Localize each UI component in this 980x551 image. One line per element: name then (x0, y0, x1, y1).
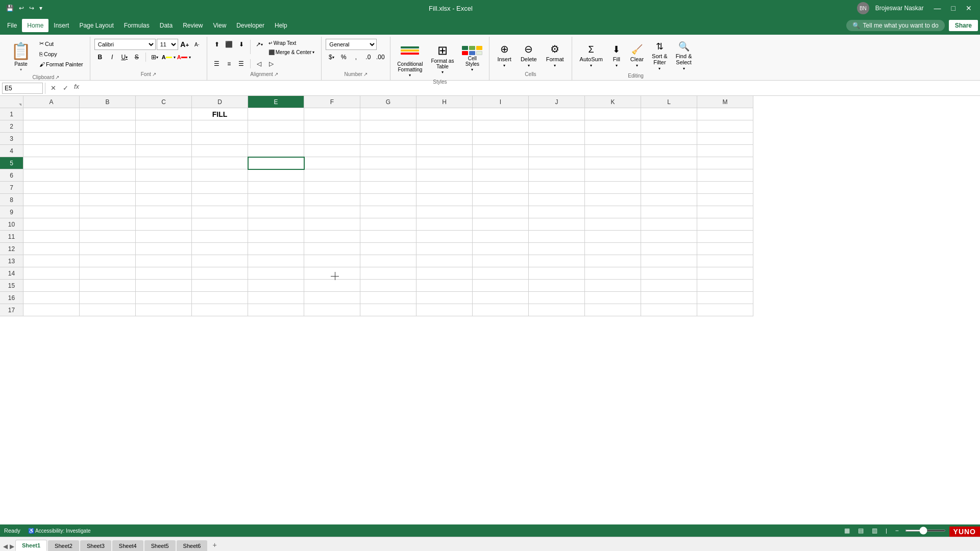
cell-L12[interactable] (641, 243, 697, 255)
copy-button[interactable]: ⎘ Copy (37, 49, 86, 59)
insert-dropdown[interactable]: ▾ (503, 63, 505, 68)
row-header-3[interactable]: 3 (0, 133, 23, 145)
cell-H9[interactable] (416, 206, 473, 218)
cell-J9[interactable] (529, 206, 585, 218)
cell-I1[interactable] (473, 108, 529, 120)
cell-E5[interactable] (248, 157, 304, 169)
cell-L9[interactable] (641, 206, 697, 218)
cell-K12[interactable] (585, 243, 641, 255)
align-right-btn[interactable]: ☰ (236, 58, 247, 69)
cell-A2[interactable] (23, 120, 80, 133)
cell-I8[interactable] (473, 194, 529, 206)
cell-H14[interactable] (416, 267, 473, 280)
close-btn[interactable]: ✕ (962, 2, 976, 14)
sheet-tab-5[interactable]: Sheet5 (144, 540, 176, 551)
merge-center-button[interactable]: ⬛ Merge & Center ▾ (266, 48, 317, 57)
cell-A12[interactable] (23, 243, 80, 255)
cell-B10[interactable] (80, 218, 136, 231)
cell-M8[interactable] (697, 194, 753, 206)
cell-A6[interactable] (23, 169, 80, 182)
cell-C16[interactable] (136, 292, 192, 304)
cell-E17[interactable] (248, 304, 304, 316)
cell-B2[interactable] (80, 120, 136, 133)
row-header-1[interactable]: 1 (0, 108, 23, 120)
cell-I10[interactable] (473, 218, 529, 231)
cell-C12[interactable] (136, 243, 192, 255)
number-format-select[interactable]: General Number Currency Percentage (326, 39, 377, 50)
cell-C8[interactable] (136, 194, 192, 206)
col-header-D[interactable]: D (192, 96, 248, 108)
cell-A7[interactable] (23, 182, 80, 194)
cell-G14[interactable] (360, 267, 416, 280)
normal-view-btn[interactable]: ▦ (842, 526, 852, 535)
cell-D2[interactable] (192, 120, 248, 133)
autosum-dropdown[interactable]: ▾ (590, 63, 592, 68)
cell-L14[interactable] (641, 267, 697, 280)
cell-B16[interactable] (80, 292, 136, 304)
cell-H1[interactable] (416, 108, 473, 120)
cell-D13[interactable] (192, 255, 248, 267)
sheet-tab-2[interactable]: Sheet2 (48, 540, 79, 551)
cell-styles-button[interactable]: CellStyles ▾ (459, 44, 485, 73)
cell-L10[interactable] (641, 218, 697, 231)
col-header-F[interactable]: F (304, 96, 360, 108)
cell-C9[interactable] (136, 206, 192, 218)
cell-M10[interactable] (697, 218, 753, 231)
cell-K1[interactable] (585, 108, 641, 120)
cell-K13[interactable] (585, 255, 641, 267)
decrease-indent-btn[interactable]: ◁ (254, 58, 265, 69)
cell-G6[interactable] (360, 169, 416, 182)
cell-E9[interactable] (248, 206, 304, 218)
cell-M13[interactable] (697, 255, 753, 267)
font-color-dropdown[interactable]: ▾ (189, 55, 191, 60)
currency-btn[interactable]: $▾ (326, 52, 337, 63)
cell-A8[interactable] (23, 194, 80, 206)
fill-color-dropdown[interactable]: ▾ (174, 55, 176, 60)
sort-filter-dropdown[interactable]: ▾ (658, 66, 660, 71)
cell-F14[interactable] (304, 267, 360, 280)
menu-home[interactable]: Home (22, 19, 48, 32)
cell-J12[interactable] (529, 243, 585, 255)
menu-insert[interactable]: Insert (48, 19, 74, 32)
comma-btn[interactable]: , (350, 52, 361, 63)
cell-G13[interactable] (360, 255, 416, 267)
cell-L11[interactable] (641, 231, 697, 243)
cell-C2[interactable] (136, 120, 192, 133)
cell-A14[interactable] (23, 267, 80, 280)
row-header-16[interactable]: 16 (0, 292, 23, 304)
cell-B9[interactable] (80, 206, 136, 218)
cell-B1[interactable] (80, 108, 136, 120)
cell-styles-dropdown[interactable]: ▾ (471, 67, 473, 72)
cell-K11[interactable] (585, 231, 641, 243)
cell-I6[interactable] (473, 169, 529, 182)
alignment-expand-icon[interactable]: ↗ (274, 71, 278, 77)
cell-G10[interactable] (360, 218, 416, 231)
cell-D16[interactable] (192, 292, 248, 304)
cell-C1[interactable] (136, 108, 192, 120)
cell-M2[interactable] (697, 120, 753, 133)
cell-F1[interactable] (304, 108, 360, 120)
cell-B17[interactable] (80, 304, 136, 316)
sheet-tab-6[interactable]: Sheet6 (177, 540, 208, 551)
wrap-text-button[interactable]: ↵ Wrap Text (266, 39, 317, 47)
menu-help[interactable]: Help (270, 19, 292, 32)
format-table-dropdown[interactable]: ▾ (442, 70, 444, 74)
decrease-font-btn[interactable]: A- (191, 39, 203, 50)
underline-dropdown[interactable]: ▾ (126, 55, 128, 60)
cell-A13[interactable] (23, 255, 80, 267)
cell-B15[interactable] (80, 280, 136, 292)
cell-A3[interactable] (23, 133, 80, 145)
col-header-H[interactable]: H (416, 96, 473, 108)
cell-I12[interactable] (473, 243, 529, 255)
increase-indent-btn[interactable]: ▷ (266, 58, 277, 69)
menu-formulas[interactable]: Formulas (119, 19, 155, 32)
cell-B14[interactable] (80, 267, 136, 280)
font-color-button[interactable]: A (177, 52, 188, 63)
row-header-5[interactable]: 5 (0, 157, 23, 169)
col-header-M[interactable]: M (697, 96, 753, 108)
format-dropdown[interactable]: ▾ (554, 63, 556, 68)
col-header-C[interactable]: C (136, 96, 192, 108)
fill-dropdown[interactable]: ▾ (616, 63, 618, 68)
cell-D15[interactable] (192, 280, 248, 292)
cell-J2[interactable] (529, 120, 585, 133)
